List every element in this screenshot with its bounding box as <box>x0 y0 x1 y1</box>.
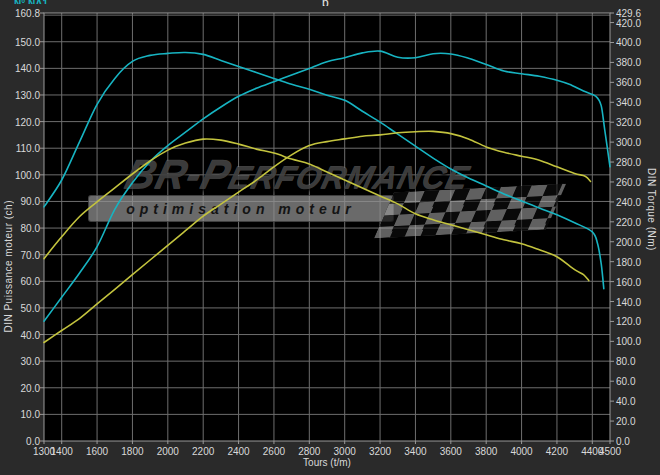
y-right-tick-label: 20.0 <box>616 416 658 427</box>
clipped-text-fragment-left: N° NA1 <box>14 0 94 4</box>
x-tick-label: 1800 <box>121 446 143 457</box>
x-tick-label: 3800 <box>475 446 497 457</box>
y-right-tick-label: 400.0 <box>616 37 658 48</box>
x-tick-label: 2200 <box>192 446 214 457</box>
x-tick-label: 2400 <box>227 446 249 457</box>
y-right-axis-title: DIN Torque (Nm) <box>646 168 657 251</box>
y-right-tick-label: 160.0 <box>616 277 658 288</box>
x-tick-label: 3000 <box>334 446 356 457</box>
y-right-tick-label: 140.0 <box>616 297 658 308</box>
y-right-tick-label: 380.0 <box>616 57 658 68</box>
y-left-tick-label: 10.0 <box>2 409 40 420</box>
x-tick-label: 4000 <box>510 446 532 457</box>
y-right-tick-label: 320.0 <box>616 117 658 128</box>
y-right-tick-label: 280.0 <box>616 157 658 168</box>
y-right-tick-label: 0.0 <box>616 436 658 447</box>
dyno-chart: BR-PERFORMANCE optimisation moteur 160.8… <box>0 0 660 475</box>
y-right-tick-label: 180.0 <box>616 257 658 268</box>
x-tick-label: 1400 <box>51 446 73 457</box>
y-left-tick-label: 20.0 <box>2 383 40 394</box>
x-axis-title: Tours (t/m) <box>44 457 610 468</box>
y-left-tick-label: 100.0 <box>2 170 40 181</box>
y-right-tick-label: 300.0 <box>616 137 658 148</box>
y-right-tick-label: 80.0 <box>616 356 658 367</box>
axis-ticks: 160.8150.0140.0130.0120.0110.0100.090.08… <box>0 0 660 475</box>
y-right-tick-label: 340.0 <box>616 97 658 108</box>
x-tick-label: 3600 <box>440 446 462 457</box>
y-right-tick-label: 420.0 <box>616 18 658 29</box>
y-right-tick-label: 120.0 <box>616 316 658 327</box>
y-right-tick-label: 60.0 <box>616 376 658 387</box>
y-left-tick-label: 110.0 <box>2 143 40 154</box>
y-left-tick-label: 140.0 <box>2 63 40 74</box>
y-left-tick-label: 160.8 <box>2 8 40 19</box>
y-left-axis-title: DIN Puissance moteur (ch) <box>3 200 14 333</box>
clipped-text-fragment-center: p <box>322 0 342 6</box>
x-tick-label: 1600 <box>86 446 108 457</box>
x-tick-label: 2800 <box>298 446 320 457</box>
y-left-tick-label: 30.0 <box>2 356 40 367</box>
x-tick-label: 4500 <box>599 446 621 457</box>
y-right-tick-label: 100.0 <box>616 336 658 347</box>
x-tick-label: 3200 <box>369 446 391 457</box>
y-right-tick-label: 360.0 <box>616 77 658 88</box>
x-tick-label: 2000 <box>157 446 179 457</box>
x-tick-label: 3400 <box>404 446 426 457</box>
x-tick-label: 4200 <box>546 446 568 457</box>
x-tick-label: 2600 <box>263 446 285 457</box>
y-left-tick-label: 130.0 <box>2 90 40 101</box>
y-left-tick-label: 150.0 <box>2 37 40 48</box>
y-right-tick-label: 40.0 <box>616 396 658 407</box>
y-left-tick-label: 120.0 <box>2 117 40 128</box>
